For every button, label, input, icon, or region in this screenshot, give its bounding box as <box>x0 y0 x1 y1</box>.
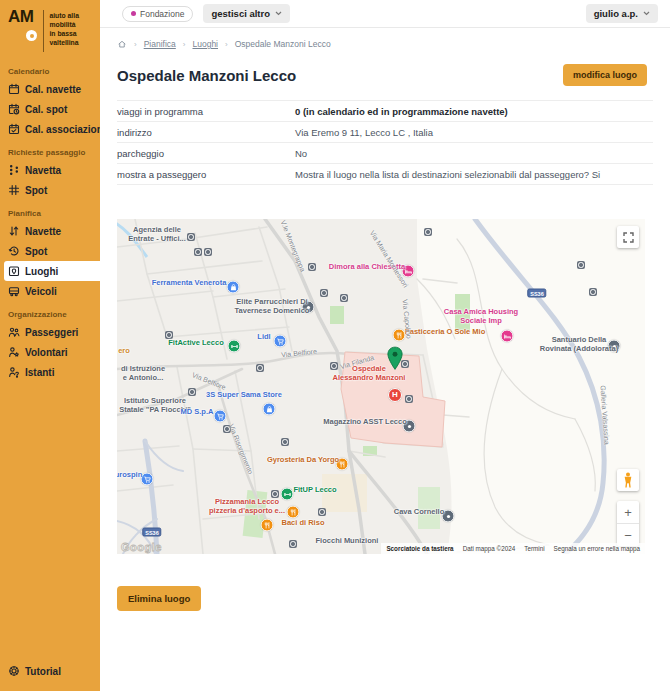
sidebar-item-veicoli[interactable]: Veicoli <box>0 281 100 301</box>
poi-marker-misc[interactable] <box>403 420 416 433</box>
transit-stop-icon[interactable] <box>281 438 289 446</box>
poi-marker-shopping[interactable] <box>263 403 276 416</box>
pegman-button[interactable] <box>617 469 639 491</box>
breadcrumb: ›Pianifica›Luoghi›Ospedale Manzoni Lecco <box>117 37 662 51</box>
poi-marker-misc[interactable] <box>302 301 315 314</box>
map-base-layer <box>117 219 645 554</box>
sidebar-item-istanti[interactable]: Istanti <box>0 362 100 382</box>
home-icon[interactable] <box>117 39 127 49</box>
transit-stop-icon[interactable] <box>424 228 432 236</box>
logo-donut-icon <box>26 30 37 41</box>
transit-stop-icon[interactable] <box>405 395 413 403</box>
detail-row: parcheggioNo <box>117 143 653 164</box>
transit-stop-icon[interactable] <box>330 362 338 370</box>
poi-marker-lodging[interactable] <box>501 330 514 343</box>
transit-stop-icon[interactable] <box>289 540 297 548</box>
transit-stop-icon[interactable] <box>318 508 326 516</box>
sidebar-item-label: Cal. navette <box>25 84 81 95</box>
breadcrumb-separator: › <box>225 40 228 49</box>
sidebar-item-cal-spot[interactable]: Cal. spot <box>0 99 100 119</box>
poi-marker-hospital[interactable]: H <box>388 388 402 402</box>
breadcrumb-link-pianifica[interactable]: Pianifica <box>144 39 176 49</box>
person-question-icon <box>8 366 20 378</box>
poi-marker-fitness[interactable] <box>228 340 241 353</box>
poi-marker-lodging[interactable] <box>402 265 415 278</box>
map-zoom-controls: + − <box>617 501 639 546</box>
transit-stop-icon[interactable] <box>340 294 348 302</box>
manage-other-button[interactable]: gestisci altro <box>203 4 290 23</box>
org-badge: Fondazione <box>122 6 193 22</box>
transit-stop-icon[interactable] <box>187 233 195 241</box>
sidebar-item-passeggeri[interactable]: Passeggeri <box>0 322 100 342</box>
sidebar-item-label: Navetta <box>25 165 61 176</box>
breadcrumb-link-luoghi[interactable]: Luoghi <box>192 39 218 49</box>
sort-arrows-icon <box>8 225 20 237</box>
calendar-check-icon <box>8 123 20 135</box>
org-badge-label: Fondazione <box>140 9 184 19</box>
sidebar-item-navette[interactable]: Navette <box>0 221 100 241</box>
sidebar-item-label: Spot <box>25 185 47 196</box>
sidebar-item-volontari[interactable]: Volontari <box>0 342 100 362</box>
poi-marker-food[interactable] <box>393 329 406 342</box>
sidebar-item-navetta[interactable]: Navetta <box>0 160 100 180</box>
keyboard-shortcuts-link[interactable]: Scorciatoie da tastiera <box>386 545 453 552</box>
transit-stop-icon[interactable] <box>204 248 212 256</box>
sidebar-item-tutorial[interactable]: Tutorial <box>0 661 100 681</box>
google-watermark[interactable]: Google <box>121 541 162 553</box>
transit-stop-icon[interactable] <box>188 388 196 396</box>
sidebar-section-title: Organizzazione <box>8 310 92 319</box>
transit-stop-icon[interactable] <box>165 331 173 339</box>
sidebar-item-label: Cal. spot <box>25 104 67 115</box>
sidebar-item-spot[interactable]: Spot <box>0 241 100 261</box>
detail-row: viaggi in programma0 (in calendario ed i… <box>117 101 653 122</box>
transit-stop-icon[interactable] <box>589 288 597 296</box>
transit-stop-icon[interactable] <box>256 364 264 372</box>
poi-marker-misc[interactable] <box>442 510 455 523</box>
chevron-down-icon <box>643 11 650 16</box>
poi-marker-fitness[interactable] <box>281 488 294 501</box>
poi-marker-food[interactable] <box>261 519 274 532</box>
sidebar-section-title: Calendario <box>8 67 92 76</box>
poi-marker-shopping[interactable] <box>227 281 240 294</box>
map-canvas[interactable]: HAgenzia delle Entrate - Uffici...Ferram… <box>117 219 645 554</box>
terms-link[interactable]: Termini <box>524 545 544 552</box>
detail-label: mostra a passeggero <box>117 169 295 180</box>
poi-marker-food[interactable] <box>287 506 300 519</box>
transit-stop-icon[interactable] <box>223 425 231 433</box>
people-icon <box>8 326 20 338</box>
report-error-link[interactable]: Segnala un errore nella mappa <box>554 545 640 552</box>
route-shield: SS36 <box>142 528 161 537</box>
transit-stop-icon[interactable] <box>577 261 585 269</box>
transit-stop-icon[interactable] <box>320 289 328 297</box>
manage-other-label: gestisci altro <box>211 8 270 19</box>
sidebar-item-cal-navette[interactable]: Cal. navette <box>0 79 100 99</box>
poi-marker-shopping[interactable] <box>141 473 154 486</box>
poi-marker-misc[interactable] <box>608 340 621 353</box>
sidebar-item-cal-associazione[interactable]: Cal. associazione <box>0 119 100 139</box>
zoom-in-button[interactable]: + <box>617 501 639 524</box>
page-content: ›Pianifica›Luoghi›Ospedale Manzoni Lecco… <box>100 37 662 611</box>
edit-place-button[interactable]: modifica luogo <box>563 64 647 86</box>
logo-tagline: aiuto alla mobilità in bassa valtellina <box>49 8 78 58</box>
sidebar-item-luoghi[interactable]: Luoghi <box>4 261 100 281</box>
transit-stop-icon[interactable] <box>194 248 202 256</box>
sidebar-item-spot[interactable]: Spot <box>0 180 100 200</box>
transit-stop-icon[interactable] <box>271 490 279 498</box>
sidebar-sections: CalendarioCal. navetteCal. spotCal. asso… <box>0 67 100 382</box>
sidebar-item-label: Navette <box>25 226 61 237</box>
map-pin-icon <box>8 265 20 277</box>
main-place-pin[interactable] <box>387 346 404 375</box>
poi-marker-shopping[interactable] <box>274 335 287 348</box>
detail-value: Via Eremo 9 11, Lecco LC , Italia <box>295 127 433 138</box>
detail-row: indirizzoVia Eremo 9 11, Lecco LC , Ital… <box>117 122 653 143</box>
poi-marker-shopping[interactable] <box>214 410 227 423</box>
user-menu-button[interactable]: giulio a.p. <box>586 4 658 23</box>
transit-stop-icon[interactable] <box>308 263 316 271</box>
poi-marker-food[interactable] <box>336 458 349 471</box>
fullscreen-button[interactable] <box>617 226 639 248</box>
delete-row: Elimina luogo <box>117 586 662 611</box>
user-menu-label: giulio a.p. <box>594 8 638 19</box>
pegman-icon <box>623 472 633 488</box>
delete-place-button[interactable]: Elimina luogo <box>117 586 201 611</box>
sidebar-section-title: Richieste passaggio <box>8 148 92 157</box>
